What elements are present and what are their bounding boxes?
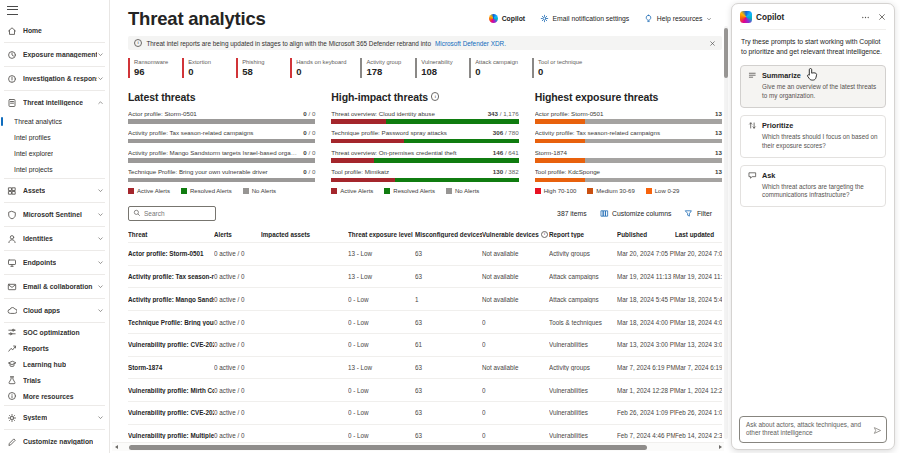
column-header-misconfigured-devices[interactable]: Misconfigured devices <box>415 231 482 239</box>
hamburger-menu-icon[interactable] <box>7 6 18 15</box>
sidebar-item-system[interactable]: System <box>0 407 109 428</box>
sidebar-item-cloud-apps[interactable]: Cloud apps <box>0 300 109 321</box>
sidebar-item-investigation-response[interactable]: Investigation & response <box>0 68 109 89</box>
threat-label[interactable]: Activity profile: Tax season-related cam… <box>535 129 709 136</box>
customize-columns-button[interactable]: Customize columns <box>600 209 672 218</box>
copilot-prompt-ask[interactable]: Ask Which threat actors are targeting th… <box>740 165 886 208</box>
threat-cell[interactable]: Actor profile: Storm-0501 <box>128 250 214 257</box>
scroll-right-arrow[interactable] <box>716 443 724 451</box>
sidebar-item-more-resources[interactable]: More resources <box>0 388 109 404</box>
column-header-vulnerable-devices[interactable]: Vulnerable devices <box>482 231 549 239</box>
summary-card-ransomware[interactable]: Ransomware 96 <box>128 58 168 78</box>
threat-label[interactable]: Activity profile: Tax season-related cam… <box>128 129 297 136</box>
sidebar-item-soc-optimization[interactable]: SOC optimization <box>0 324 109 340</box>
threat-label[interactable]: Tool profile: KdcSponge <box>535 168 709 175</box>
search-input[interactable] <box>144 210 211 217</box>
column-header-last-updated[interactable]: Last updated <box>675 231 722 239</box>
threat-label[interactable]: Threat overview: On-premises credential … <box>331 149 487 156</box>
banner-close-icon[interactable] <box>709 40 716 47</box>
summary-card-phishing[interactable]: Phishing 58 <box>236 58 276 78</box>
sidebar-item-intel-profiles[interactable]: Intel profiles <box>0 129 109 145</box>
threat-cell[interactable]: Technique Profile: Bring your o... <box>128 319 214 326</box>
exposure-threat-item[interactable]: Tool profile: KdcSponge13 <box>535 168 722 182</box>
summary-card-hands-on-keyboard[interactable]: Hands on keyboard 0 <box>290 58 346 78</box>
scroll-left-arrow[interactable] <box>112 443 120 451</box>
threat-label[interactable]: Tool profile: Mimikatz <box>331 168 487 175</box>
filter-button[interactable]: Filter <box>684 209 712 218</box>
sidebar-item-intel-projects[interactable]: Intel projects <box>0 161 109 177</box>
sidebar-item-exposure-management[interactable]: Exposure management <box>0 44 109 65</box>
table-row[interactable]: Vulnerability profile: CVE-2024-... 0 ac… <box>128 401 722 424</box>
sidebar-item-intel-explorer[interactable]: Intel explorer <box>0 145 109 161</box>
latest-threat-item[interactable]: Activity profile: Mango Sandstorm target… <box>128 149 315 163</box>
exposure-threat-item[interactable]: Storm-187413 <box>535 149 722 163</box>
sidebar-item-trials[interactable]: Trials <box>0 372 109 388</box>
table-row[interactable]: Vulnerability profile: Mirth Con... 0 ac… <box>128 378 722 401</box>
threat-label[interactable]: Threat overview: Cloud identity abuse <box>331 110 481 117</box>
threat-label[interactable]: Actor profile: Storm-0501 <box>535 110 709 117</box>
threat-cell[interactable]: Activity profile: Tax season-relat... <box>128 273 214 280</box>
threat-label[interactable]: Activity profile: Mango Sandstorm target… <box>128 149 297 156</box>
sidebar-item-email-collaboration[interactable]: Email & collaboration <box>0 276 109 297</box>
sidebar-item-threat-analytics[interactable]: Threat analytics <box>0 113 109 129</box>
table-row[interactable]: Activity profile: Tax season-relat... 0 … <box>128 265 722 288</box>
impact-threat-item[interactable]: Technique profile: Password spray attack… <box>331 129 518 143</box>
copilot-prompt-prioritize[interactable]: Prioritize Which threats should I focus … <box>740 115 886 158</box>
table-row[interactable]: Activity profile: Mango Sandsto... 0 act… <box>128 287 722 310</box>
summary-card-attack-campaign[interactable]: Attack campaign 0 <box>469 58 518 78</box>
impact-threat-item[interactable]: Threat overview: On-premises credential … <box>331 149 518 163</box>
more-options-icon[interactable] <box>861 13 870 22</box>
threat-cell[interactable]: Storm-1874 <box>128 364 214 371</box>
banner-link[interactable]: Microsoft Defender XDR. <box>435 40 506 47</box>
threat-label[interactable]: Actor profile: Storm-0501 <box>128 110 297 117</box>
table-row[interactable]: Actor profile: Storm-0501 0 active / 0 1… <box>128 242 722 265</box>
sidebar-item-learning-hub[interactable]: Learning hub <box>0 356 109 372</box>
column-header-threat[interactable]: Threat <box>128 231 214 239</box>
exposure-threat-item[interactable]: Activity profile: Tax season-related cam… <box>535 129 722 143</box>
threat-label[interactable]: Technique profile: Password spray attack… <box>331 129 487 136</box>
sidebar-item-identities[interactable]: Identities <box>0 228 109 249</box>
latest-threat-item[interactable]: Actor profile: Storm-05010 / 0 <box>128 110 315 124</box>
copilot-button[interactable]: Copilot <box>489 14 525 23</box>
column-header-report-type[interactable]: Report type <box>549 231 617 239</box>
table-row[interactable]: Technique Profile: Bring your o... 0 act… <box>128 310 722 333</box>
sidebar-item-microsoft-sentinel[interactable]: Microsoft Sentinel <box>0 204 109 225</box>
threat-label[interactable]: Storm-1874 <box>535 149 709 156</box>
table-row[interactable]: Storm-1874 0 active / 0 13 - Low 63 Not … <box>128 356 722 379</box>
table-row[interactable]: Vulnerability profile: CVE-2024-... 0 ac… <box>128 333 722 356</box>
copilot-ask-input[interactable]: Ask about actors, attack techniques, and… <box>739 416 887 443</box>
column-header-threat-exposure-level[interactable]: Threat exposure level <box>348 231 415 239</box>
horizontal-scrollbar[interactable] <box>112 442 724 451</box>
exposure-threat-item[interactable]: Actor profile: Storm-050113 <box>535 110 722 124</box>
info-icon[interactable] <box>431 92 439 100</box>
impact-threat-item[interactable]: Tool profile: Mimikatz130 / 382 <box>331 168 518 182</box>
sidebar-item-threat-intelligence[interactable]: Threat intelligence <box>0 92 109 113</box>
threat-cell[interactable]: Vulnerability profile: CVE-2024-... <box>128 341 214 348</box>
copilot-prompt-summarize[interactable]: Summarize Give me an overview of the lat… <box>740 65 886 108</box>
scrollbar-thumb[interactable] <box>129 445 648 450</box>
sidebar-item-customize-navigation[interactable]: Customize navigation <box>0 431 109 452</box>
sidebar-item-assets[interactable]: Assets <box>0 180 109 201</box>
sidebar-item-home[interactable]: Home <box>0 20 109 41</box>
threat-cell[interactable]: Vulnerability profile: Mirth Con... <box>128 387 214 394</box>
latest-threat-item[interactable]: Technique Profile: Bring your own vulner… <box>128 168 315 182</box>
column-header-alerts[interactable]: Alerts <box>214 231 261 239</box>
sidebar-item-endpoints[interactable]: Endpoints <box>0 252 109 273</box>
summary-card-activity-group[interactable]: Activity group 178 <box>360 58 401 78</box>
column-header-impacted-assets[interactable]: Impacted assets <box>261 231 348 239</box>
email-notification-settings-button[interactable]: Email notification settings <box>540 14 629 23</box>
threat-cell[interactable]: Activity profile: Mango Sandsto... <box>128 296 214 303</box>
latest-threat-item[interactable]: Activity profile: Tax season-related cam… <box>128 129 315 143</box>
summary-card-tool-or-technique[interactable]: Tool or technique 0 <box>532 58 582 78</box>
threat-cell[interactable]: Vulnerability profile: Multiple v... <box>128 432 214 439</box>
threat-label[interactable]: Technique Profile: Bring your own vulner… <box>128 168 297 175</box>
impact-threat-item[interactable]: Threat overview: Cloud identity abuse343… <box>331 110 518 124</box>
send-icon[interactable] <box>873 426 882 435</box>
summary-card-vulnerability[interactable]: Vulnerability 108 <box>415 58 455 78</box>
sidebar-item-reports[interactable]: Reports <box>0 340 109 356</box>
summary-card-extortion[interactable]: Extortion 0 <box>182 58 222 78</box>
search-box[interactable] <box>128 206 216 221</box>
help-resources-button[interactable]: Help resources <box>644 14 712 23</box>
threat-cell[interactable]: Vulnerability profile: CVE-2024-... <box>128 409 214 416</box>
close-icon[interactable] <box>878 13 886 21</box>
